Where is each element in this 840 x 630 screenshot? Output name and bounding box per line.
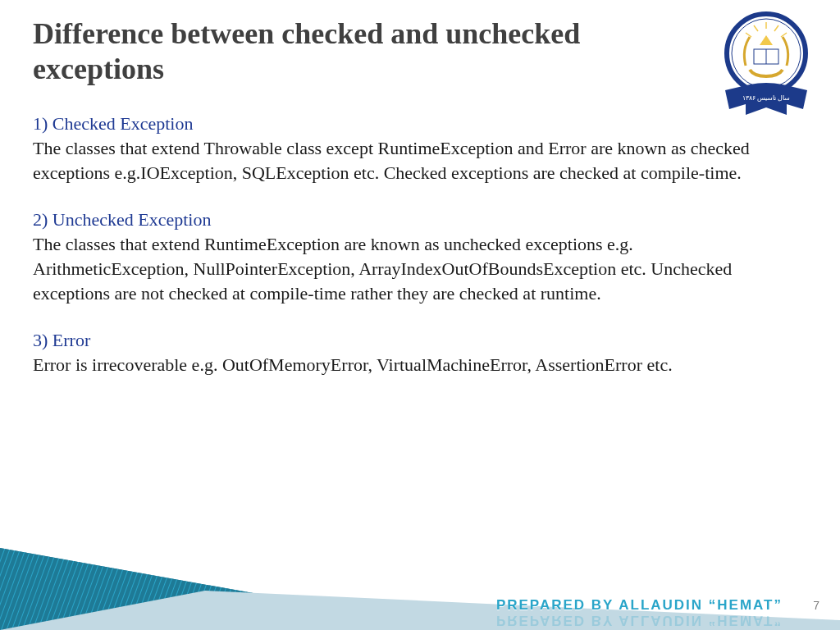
section-1-body: The classes that extend Throwable class … xyxy=(33,138,750,183)
svg-marker-10 xyxy=(0,548,459,630)
prepared-by-reflection: PREPARED BY ALLAUDIN “HEMAT” xyxy=(496,612,783,628)
section-3-heading: 3) Error xyxy=(33,330,90,350)
section-3: 3) Error Error is irrecoverable e.g. Out… xyxy=(33,328,771,377)
svg-marker-11 xyxy=(0,548,459,630)
prepared-by-text: PREPARED BY ALLAUDIN “HEMAT” xyxy=(496,597,783,614)
slide: سال تاسیس ۱۳۸۶ Difference between checke… xyxy=(0,0,840,630)
slide-content: 1) Checked Exception The classes that ex… xyxy=(33,112,771,377)
section-1-heading: 1) Checked Exception xyxy=(33,113,194,134)
section-3-body: Error is irrecoverable e.g. OutOfMemoryE… xyxy=(33,354,673,375)
institution-logo: سال تاسیس ۱۳۸۶ xyxy=(709,4,824,127)
logo-year-text: سال تاسیس ۱۳۸۶ xyxy=(742,94,790,102)
slide-title: Difference between checked and unchecked… xyxy=(33,16,705,87)
section-2-body: The classes that extend RuntimeException… xyxy=(33,234,732,303)
svg-marker-9 xyxy=(0,564,427,630)
section-2-heading: 2) Unchecked Exception xyxy=(33,209,211,230)
page-number: 7 xyxy=(813,599,819,612)
section-2: 2) Unchecked Exception The classes that … xyxy=(33,208,771,305)
section-1: 1) Checked Exception The classes that ex… xyxy=(33,112,771,185)
